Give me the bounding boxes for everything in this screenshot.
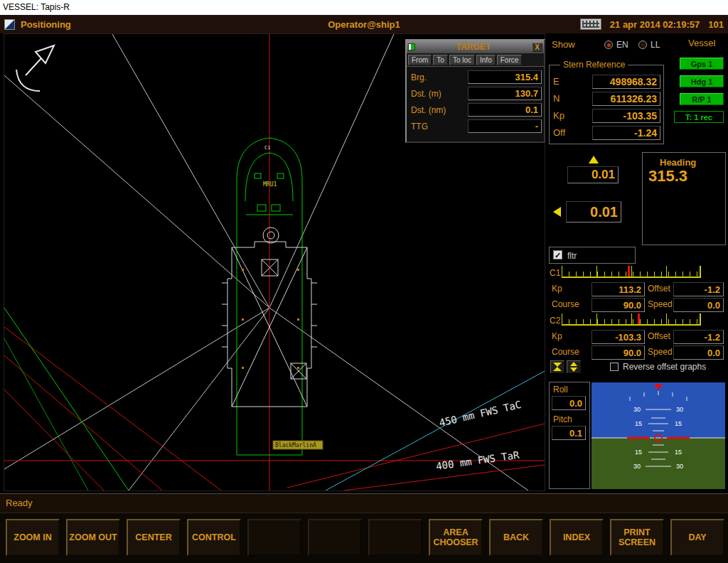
fltr-label: fltr	[567, 251, 577, 261]
c1-offset-marker	[628, 266, 630, 277]
svg-text:30: 30	[633, 463, 641, 470]
back-button[interactable]: BACK	[489, 519, 543, 556]
status-bar: Ready	[0, 493, 728, 513]
target-row-brg: Brg. 315.4	[409, 69, 542, 85]
c1-offset-label: Offset	[648, 284, 670, 294]
show-label: Show	[552, 39, 575, 50]
target-close-button[interactable]: X	[532, 43, 542, 52]
c2-offset-value: -1.2	[673, 330, 724, 344]
vessel-name-tag[interactable]: BlackMarlinA	[273, 441, 323, 449]
c2-offset-marker	[638, 313, 640, 324]
brg-label: Brg.	[409, 73, 427, 82]
target-info-button[interactable]: Info	[476, 55, 496, 65]
target-window: TARGET X From To To loc Info Force Brg. …	[405, 39, 545, 143]
n-value: 611326.23	[592, 92, 660, 106]
cyan-route-line	[326, 371, 545, 490]
radio-en[interactable]	[604, 41, 613, 49]
svg-text:BlackMarlinA: BlackMarlinA	[275, 442, 316, 449]
empty-slot-3	[368, 519, 422, 556]
svg-text:15: 15	[635, 420, 642, 427]
status-text: Ready	[6, 498, 33, 508]
up-down-arrows-icon	[568, 361, 579, 372]
heading-value: 315.3	[648, 167, 687, 186]
heading-label: Heading	[660, 157, 696, 168]
ttg-value: -	[468, 119, 542, 133]
c1-course-label: Course	[552, 299, 579, 309]
c2-label: C2	[550, 316, 560, 326]
day-button[interactable]: DAY	[670, 519, 724, 556]
gps-status-button[interactable]: Gps 1	[680, 58, 724, 70]
dst-m-label: Dst. (m)	[409, 89, 441, 99]
record-counter: 101	[708, 19, 724, 30]
c2-kp-value: -103.3	[592, 330, 645, 344]
zoom-out-button[interactable]: ZOOM OUT	[66, 519, 120, 556]
velocity-lat-value: 0.01	[566, 201, 621, 222]
area-chooser-button[interactable]: AREA CHOOSER	[429, 519, 483, 556]
dst-m-value: 130.7	[468, 87, 542, 100]
svg-text:30: 30	[676, 406, 683, 413]
rec-status-button[interactable]: T: 1 rec	[674, 111, 724, 123]
c2-kp-label: Kp	[552, 331, 562, 341]
roll-value: 0.0	[552, 396, 586, 410]
rp-status-button[interactable]: R/P 1	[680, 93, 724, 105]
svg-text:30: 30	[676, 463, 683, 470]
target-force-button[interactable]: Force	[497, 55, 523, 65]
roll-label: Roll	[553, 385, 568, 395]
c2-offset-graph	[562, 313, 701, 326]
c1-label: C1	[550, 268, 560, 278]
mru-label: MRU1	[263, 181, 277, 188]
print-screen-button[interactable]: PRINT SCREEN	[610, 519, 664, 556]
c1-offset-value: -1.2	[673, 282, 724, 296]
svg-text:30: 30	[633, 406, 641, 413]
reference-point-markers	[242, 269, 299, 369]
target-window-titlebar[interactable]: TARGET X	[407, 41, 544, 53]
north-arrow-icon	[16, 45, 54, 91]
target-values: Brg. 315.4 Dst. (m) 130.7 Dst. (nm) 0.1 …	[407, 66, 544, 136]
fltr-checkbox[interactable]: ✓	[553, 250, 562, 259]
radio-en-dot	[607, 43, 611, 47]
pitch-label: Pitch	[553, 414, 572, 424]
e-label: E	[553, 76, 560, 87]
target-to-button[interactable]: To	[433, 55, 448, 65]
c1-kp-label: Kp	[552, 284, 562, 294]
c1-speed-label: Speed	[648, 299, 673, 309]
offset-scale-button[interactable]	[550, 360, 564, 373]
title-bar: Positioning Operator@ship1 21 apr 2014 0…	[0, 15, 728, 33]
keyboard-icon[interactable]	[580, 18, 601, 30]
vessel-strip: VESSEL: Tapis-R	[0, 0, 728, 15]
target-window-title: TARGET	[415, 42, 532, 52]
radio-ll[interactable]	[638, 41, 647, 49]
empty-slot-1	[247, 519, 301, 556]
green-field-lines	[4, 308, 129, 490]
empty-slot-2	[308, 519, 362, 556]
hdg-status-button[interactable]: Hdg 1	[680, 75, 724, 87]
center-button[interactable]: CENTER	[127, 519, 181, 556]
c1-course-value: 90.0	[592, 298, 645, 312]
target-from-button[interactable]: From	[408, 55, 432, 65]
radio-ll-label: LL	[651, 40, 660, 50]
stern-reference-title: Stern Reference	[560, 60, 628, 70]
control-button[interactable]: CONTROL	[187, 519, 241, 556]
index-button[interactable]: INDEX	[550, 519, 604, 556]
c1-kp-value: 113.2	[592, 282, 645, 296]
offset-expand-button[interactable]	[567, 360, 581, 373]
operator-label: Operator@ship1	[328, 19, 400, 30]
e-value: 498968.32	[592, 75, 660, 89]
velocity-up-arrow-icon	[589, 156, 599, 163]
n-label: N	[553, 93, 560, 104]
target-toloc-button[interactable]: To loc	[449, 55, 475, 65]
reverse-offset-checkbox[interactable]	[610, 363, 619, 371]
vessel-label: Vessel	[688, 38, 715, 48]
pipeline-label-400: 400 mm FWS TaR	[435, 449, 520, 472]
target-row-ttg: TTG -	[409, 118, 542, 134]
artificial-horizon: 3030 1515 1515 3030	[592, 382, 725, 489]
right-panel: Show EN LL Vessel Gps 1 Hdg 1 R/P 1 T: 1…	[547, 33, 728, 491]
kp-ref-value: -103.35	[592, 109, 660, 123]
c2-offset-label: Offset	[648, 331, 670, 341]
svg-text:15: 15	[675, 420, 682, 427]
svg-text:15: 15	[635, 449, 642, 456]
zoom-in-button[interactable]: ZOOM IN	[6, 519, 60, 556]
pitch-value: 0.1	[552, 426, 586, 440]
reverse-offset-label: Reverse offset graphs	[623, 362, 706, 372]
kp-ref-label: Kp	[553, 110, 564, 121]
